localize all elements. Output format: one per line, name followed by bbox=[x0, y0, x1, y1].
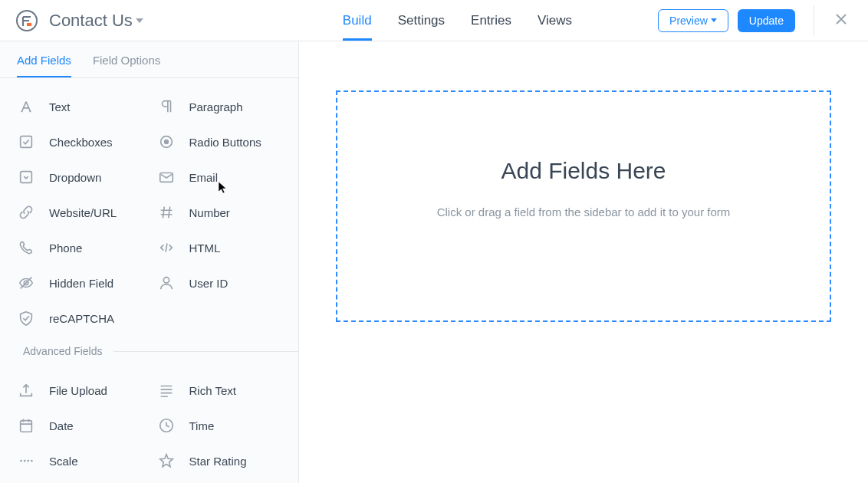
date-icon bbox=[17, 416, 35, 435]
tab-entries[interactable]: Entries bbox=[471, 0, 511, 41]
field-date[interactable]: Date bbox=[11, 408, 151, 443]
field-text[interactable]: Text bbox=[11, 89, 151, 124]
tab-settings[interactable]: Settings bbox=[398, 0, 445, 41]
field-label: Email bbox=[189, 171, 219, 184]
dropdown-icon bbox=[17, 168, 35, 186]
update-button[interactable]: Update bbox=[738, 9, 795, 32]
drop-zone-subtitle: Click or drag a field from the sidebar t… bbox=[437, 205, 731, 219]
field-file-upload[interactable]: File Upload bbox=[11, 373, 151, 408]
tab-build[interactable]: Build bbox=[343, 0, 372, 41]
top-bar: Contact Us BuildSettingsEntriesViews Pre… bbox=[0, 0, 868, 41]
sidebar-tabs: Add FieldsField Options bbox=[0, 41, 298, 78]
field-paragraph[interactable]: Paragraph bbox=[151, 89, 291, 124]
field-label: File Upload bbox=[49, 384, 107, 397]
field-label: Date bbox=[49, 419, 74, 432]
svg-rect-9 bbox=[21, 421, 32, 432]
field-time[interactable]: Time bbox=[151, 408, 291, 443]
star-icon bbox=[157, 452, 176, 470]
field-label: Scale bbox=[49, 455, 78, 468]
time-icon bbox=[157, 416, 176, 435]
svg-point-13 bbox=[27, 460, 29, 462]
paragraph-icon bbox=[157, 97, 176, 116]
upload-icon bbox=[17, 381, 35, 399]
app-logo-icon bbox=[15, 9, 38, 32]
chevron-down-icon bbox=[136, 18, 143, 23]
field-label: Time bbox=[189, 419, 215, 432]
advanced-fields-header: Advanced Fields bbox=[0, 340, 298, 362]
field-scale[interactable]: Scale bbox=[11, 443, 151, 478]
field-label: Paragraph bbox=[189, 100, 243, 113]
field-html[interactable]: HTML bbox=[151, 230, 291, 265]
field-phone[interactable]: Phone bbox=[11, 230, 151, 265]
form-canvas: Add Fields Here Click or drag a field fr… bbox=[299, 41, 868, 483]
field-rich-text[interactable]: Rich Text bbox=[151, 373, 291, 408]
form-title-dropdown[interactable]: Contact Us bbox=[49, 11, 143, 31]
field-label: Checkboxes bbox=[49, 136, 113, 149]
phone-icon bbox=[17, 238, 35, 257]
svg-rect-5 bbox=[21, 172, 32, 183]
field-email[interactable]: Email bbox=[151, 159, 291, 195]
email-icon bbox=[157, 168, 176, 186]
svg-rect-1 bbox=[27, 23, 31, 26]
hidden-icon bbox=[17, 274, 35, 292]
chevron-down-icon bbox=[711, 18, 717, 22]
radio-icon bbox=[157, 133, 176, 151]
main-tabs: BuildSettingsEntriesViews bbox=[343, 0, 572, 41]
sidebar-tab-field-options[interactable]: Field Options bbox=[93, 41, 160, 77]
field-dropdown[interactable]: Dropdown bbox=[11, 159, 151, 195]
divider bbox=[814, 5, 814, 36]
field-label: Text bbox=[49, 100, 71, 113]
advanced-fields-label: Advanced Fields bbox=[23, 345, 113, 357]
svg-point-12 bbox=[24, 460, 26, 462]
link-icon bbox=[17, 203, 35, 222]
field-number[interactable]: Number bbox=[151, 195, 291, 230]
field-star-rating[interactable]: Star Rating bbox=[151, 443, 291, 478]
preview-button[interactable]: Preview bbox=[658, 9, 728, 32]
form-title: Contact Us bbox=[49, 11, 133, 31]
checkbox-icon bbox=[17, 133, 35, 151]
update-label: Update bbox=[749, 15, 784, 27]
advanced-fields-grid: File UploadRich TextDateTimeScaleStar Ra… bbox=[0, 362, 298, 483]
field-label: Hidden Field bbox=[49, 277, 113, 290]
sidebar-tab-add-fields[interactable]: Add Fields bbox=[17, 41, 71, 77]
tab-views[interactable]: Views bbox=[538, 0, 572, 41]
field-checkboxes[interactable]: Checkboxes bbox=[11, 124, 151, 159]
field-label: Number bbox=[189, 206, 230, 219]
richtext-icon bbox=[157, 381, 176, 399]
field-label: HTML bbox=[189, 242, 221, 255]
field-radio-buttons[interactable]: Radio Buttons bbox=[151, 124, 291, 159]
field-user-id[interactable]: User ID bbox=[151, 265, 291, 301]
field-label: Rich Text bbox=[189, 384, 236, 397]
hash-icon bbox=[157, 203, 176, 222]
svg-point-14 bbox=[31, 460, 33, 462]
svg-point-8 bbox=[163, 278, 169, 283]
field-hidden-field[interactable]: Hidden Field bbox=[11, 265, 151, 301]
svg-point-4 bbox=[163, 140, 168, 144]
field-label: Website/URL bbox=[49, 206, 117, 219]
field-label: Dropdown bbox=[49, 171, 101, 184]
field-label: reCAPTCHA bbox=[49, 312, 114, 325]
field-label: Radio Buttons bbox=[189, 136, 261, 149]
field-recaptcha[interactable]: reCAPTCHA bbox=[11, 301, 151, 336]
svg-rect-2 bbox=[21, 136, 32, 148]
field-label: User ID bbox=[189, 277, 229, 290]
close-button[interactable] bbox=[830, 8, 853, 34]
sidebar: Add FieldsField Options TextParagraphChe… bbox=[0, 41, 299, 483]
drop-zone-title: Add Fields Here bbox=[501, 158, 666, 184]
code-icon bbox=[157, 238, 176, 257]
shield-icon bbox=[17, 309, 35, 327]
basic-fields-grid: TextParagraphCheckboxesRadio ButtonsDrop… bbox=[0, 78, 298, 340]
svg-point-11 bbox=[20, 460, 22, 462]
field-label: Star Rating bbox=[189, 455, 247, 468]
text-icon bbox=[17, 97, 35, 116]
field-website-url[interactable]: Website/URL bbox=[11, 195, 151, 230]
preview-label: Preview bbox=[669, 15, 708, 27]
user-icon bbox=[157, 274, 176, 292]
scale-icon bbox=[17, 452, 35, 470]
field-label: Phone bbox=[49, 242, 82, 255]
drop-zone[interactable]: Add Fields Here Click or drag a field fr… bbox=[336, 90, 831, 322]
